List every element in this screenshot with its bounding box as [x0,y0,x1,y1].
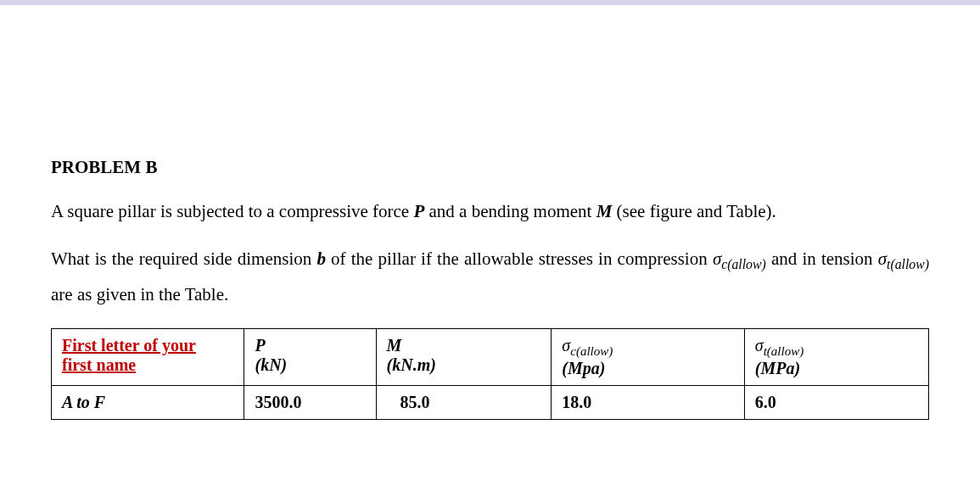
text-segment: (see figure and Table). [612,201,776,221]
header-sigma-t-unit: (MPa) [755,359,800,377]
variable-P: P [413,201,424,221]
header-sigma-t-symbol: σ [755,336,764,355]
table-header-row: First letter of your first name P (kN) M… [52,329,929,386]
text-segment: What is the required side dimension [51,249,316,269]
header-M-unit: (kN.m) [387,355,436,374]
text-segment: and a bending moment [424,201,596,221]
header-sigma-t-sub: t(allow) [764,344,804,358]
problem-paragraph-2: What is the required side dimension b of… [51,243,929,311]
text-segment: and in tension [766,249,878,269]
header-firstletter-line1: First letter of your [62,336,196,355]
sigma-t-subscript: t(allow) [887,258,929,272]
sigma-c-subscript: c(allow) [721,258,766,272]
sigma-t-symbol: σ [878,249,887,269]
text-segment: of the pillar if the allowable stresses … [326,249,713,269]
problem-paragraph-1: A square pillar is subjected to a compre… [51,198,929,224]
header-sigma-t: σt(allow) (MPa) [744,329,928,386]
variable-b: b [316,249,326,269]
header-firstletter-line2: first name [62,355,136,374]
cell-letter: A to F [52,386,244,420]
header-M: M (kN.m) [376,329,552,386]
header-M-symbol: M [387,336,402,355]
text-segment: A square pillar is subjected to a compre… [51,201,413,221]
header-sigma-c: σc(allow) (Mpa) [552,329,744,386]
cell-sigma-c: 18.0 [552,386,744,420]
sigma-c-symbol: σ [713,249,721,269]
header-sigma-c-unit: (Mpa) [562,359,605,377]
document-page: PROBLEM B A square pillar is subjected t… [0,0,980,486]
cell-sigma-t: 6.0 [744,386,928,420]
problem-title: PROBLEM B [51,157,929,178]
header-sigma-c-sub: c(allow) [570,344,613,358]
cell-P: 3500.0 [244,386,376,420]
header-P: P (kN) [244,329,376,386]
data-table: First letter of your first name P (kN) M… [51,328,929,420]
text-segment: are as given in the Table. [51,284,228,304]
header-sigma-c-symbol: σ [562,336,570,355]
header-P-symbol: P [255,336,265,355]
cell-M: 85.0 [376,386,552,420]
header-firstletter: First letter of your first name [52,329,244,386]
table-row: A to F 3500.0 85.0 18.0 6.0 [52,386,929,420]
header-P-unit: (kN) [255,355,287,374]
variable-M: M [596,201,613,221]
